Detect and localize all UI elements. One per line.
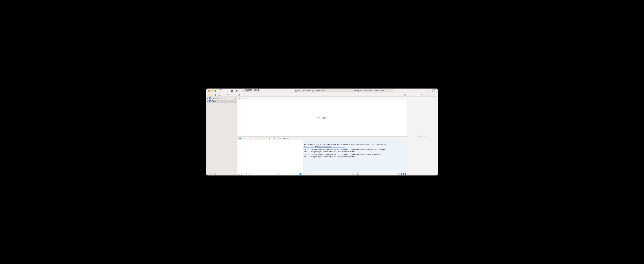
clear-console-icon[interactable]: 🗑 xyxy=(398,173,400,175)
project-title: DCSQuickStart xyxy=(246,89,259,91)
scm-filter-icon[interactable]: ▭ xyxy=(235,173,236,175)
variables-filter-input[interactable] xyxy=(276,173,298,175)
cloud-status-icon[interactable]: ☁︎ xyxy=(390,90,392,92)
console-filter-bar: 👁 ☰ 🗑 xyxy=(303,172,406,175)
console-pane: A subscriptionKey is required to enroll … xyxy=(303,140,406,175)
tree-row-pods[interactable]: ▸ A Pods xyxy=(206,100,237,103)
console-output-toggle-icon[interactable]: ☰ xyxy=(307,173,308,175)
inspector-selector: 📄 🕘 ⓘ xyxy=(406,93,438,97)
main-body: ▸ A DCSQuickStart M ▸ A Pods + 🕘 ▭ xyxy=(206,97,438,175)
run-button[interactable] xyxy=(236,90,238,92)
console-filter-scope[interactable] xyxy=(352,173,354,175)
disclosure-triangle-icon[interactable]: ▸ xyxy=(207,100,208,102)
debug-navigator-icon[interactable]: ⟲ xyxy=(227,94,228,96)
debug-toolbar: ❙❙ ↷ ↓ ↑ ⬚ ⬡ ⚙︎ ➤ A DCSQuickStart xyxy=(238,137,406,140)
related-items-icon[interactable]: ▦ xyxy=(238,94,240,96)
file-inspector-icon[interactable]: 📄 xyxy=(417,94,419,96)
process-icon: A xyxy=(274,137,276,139)
console-line: 20:53:42.752 | ERR | AlKeychainUtility: … xyxy=(304,153,384,155)
breakpoint-navigator-icon[interactable]: ▭ xyxy=(230,94,232,96)
navigator-filter-input[interactable] xyxy=(212,173,231,175)
navigator-selector: 📁 ⬚ 🔖 🔍 ⚠︎ ◇ ⟲ ▭ ☰ xyxy=(206,93,238,97)
view-debug-icon[interactable]: ⬚ xyxy=(259,137,261,140)
history-inspector-icon[interactable]: 🕘 xyxy=(421,94,424,96)
recent-filter-icon[interactable]: 🕘 xyxy=(232,173,234,175)
pause-icon[interactable]: ❙❙ xyxy=(244,137,248,140)
step-into-icon[interactable]: ↓ xyxy=(252,137,253,140)
step-out-icon[interactable]: ↑ xyxy=(255,137,256,140)
build-status-text: Running DCSQuickStart on Romanworks xyxy=(353,90,384,92)
test-navigator-icon[interactable]: ◇ xyxy=(224,94,226,96)
variables-scope-selector[interactable]: Auto ⌄ xyxy=(238,173,244,175)
stop-button[interactable] xyxy=(231,90,233,92)
jump-issue-icon[interactable]: ⚠︎ xyxy=(401,97,403,99)
jump-bar-text: No Selection xyxy=(239,97,248,99)
branch-name: main xyxy=(246,91,259,92)
jump-bar[interactable]: No Selection 〈 ⚠︎ 〉 xyxy=(238,97,406,100)
variables-scope-label: Auto xyxy=(238,173,242,175)
maximize-window-button[interactable] xyxy=(214,90,216,92)
window-controls xyxy=(208,90,216,92)
source-control-navigator-icon[interactable]: ⬚ xyxy=(211,94,213,96)
inspector-empty-label: No Selection xyxy=(417,135,428,137)
nav-forward-icon[interactable]: 〉 xyxy=(244,93,246,96)
editor-options-icon[interactable]: ▤ xyxy=(404,94,406,96)
step-over-icon[interactable]: ↷ xyxy=(249,137,251,140)
scheme-name: DCSQuickStart xyxy=(298,90,310,92)
scm-status-badge: M xyxy=(235,97,236,99)
console-line: A subscriptionKey is required to enroll … xyxy=(304,143,386,145)
tree-item-label: Pods xyxy=(212,100,236,102)
print-description-icon[interactable]: ⓘ xyxy=(249,173,251,175)
source-control-segment[interactable]: ⎇ DCSQuickStart main xyxy=(242,89,259,92)
jump-next-icon[interactable]: 〉 xyxy=(404,97,405,99)
process-name[interactable]: DCSQuickStart xyxy=(277,137,289,139)
console-output-mode-icon[interactable]: 👁 xyxy=(304,173,306,175)
jump-prev-icon[interactable]: 〈 xyxy=(398,97,400,99)
scheme-separator: ⟩ xyxy=(311,90,312,92)
find-navigator-icon[interactable]: 🔍 xyxy=(218,94,220,96)
bookmark-navigator-icon[interactable]: 🔖 xyxy=(214,94,216,96)
quicklook-icon[interactable]: 👁 xyxy=(246,173,248,175)
variables-pane-toggle[interactable] xyxy=(300,173,302,175)
tree-item-label: DCSQuickStart xyxy=(212,97,234,100)
secondary-toolbar: 📁 ⬚ 🔖 🔍 ⚠︎ ◇ ⟲ ▭ ☰ ▦ 〈 〉 ▤ 📄 🕘 ⓘ xyxy=(206,93,438,97)
navigator-filter-bar: + 🕘 ▭ xyxy=(206,172,237,175)
disclosure-triangle-icon[interactable]: ▸ xyxy=(207,98,208,99)
console-filter-input[interactable] xyxy=(356,173,397,175)
minimize-window-button[interactable] xyxy=(211,90,213,92)
destination-name: Romanworks xyxy=(315,90,325,92)
nav-back-icon[interactable]: 〈 xyxy=(242,93,244,96)
hide-debug-area-button[interactable] xyxy=(403,138,405,139)
add-button[interactable]: + xyxy=(429,89,430,92)
console-line: 20:53:42.747 | ERR | AlKeychainUtility: … xyxy=(304,148,385,150)
no-editor-label: No Editor xyxy=(317,117,327,120)
environment-overrides-icon[interactable]: ⚙︎ xyxy=(266,137,267,140)
tree-row-project[interactable]: ▸ A DCSQuickStart M xyxy=(206,97,237,100)
warnings-badge[interactable]: ⚠︎ 23 xyxy=(385,90,389,92)
toggle-navigator-button[interactable] xyxy=(219,90,222,92)
debug-panes: Auto ⌄ 👁 ⓘ xyxy=(238,140,406,175)
console-pane-toggle[interactable] xyxy=(401,173,406,175)
report-navigator-icon[interactable]: ☰ xyxy=(233,94,234,96)
toggle-inspector-button[interactable] xyxy=(432,90,436,92)
filter-scope-button[interactable] xyxy=(210,173,212,175)
project-tree[interactable]: ▸ A DCSQuickStart M ▸ A Pods xyxy=(206,97,237,172)
location-sim-icon[interactable]: ➤ xyxy=(269,137,270,140)
xcodeproj-icon: A xyxy=(209,97,211,100)
project-navigator-icon[interactable]: 📁 xyxy=(208,94,210,96)
variables-filter-bar: Auto ⌄ 👁 ⓘ xyxy=(238,172,302,175)
device-icon xyxy=(312,90,314,92)
editor-column: No Selection 〈 ⚠︎ 〉 No Editor ❙❙ ↷ ↓ ↑ xyxy=(238,97,406,175)
variables-view[interactable] xyxy=(238,140,302,172)
close-window-button[interactable] xyxy=(208,90,210,92)
memory-graph-icon[interactable]: ⬡ xyxy=(262,137,264,140)
add-file-button[interactable]: + xyxy=(207,173,208,175)
issue-navigator-icon[interactable]: ⚠︎ xyxy=(221,94,223,96)
help-inspector-icon[interactable]: ⓘ xyxy=(426,93,428,96)
scheme-status-pill[interactable]: A DCSQuickStart ⟩ Romanworks Running DCS… xyxy=(294,89,394,92)
branch-icon: ⎇ xyxy=(242,90,244,92)
breakpoints-toggle-icon[interactable] xyxy=(239,138,241,139)
console-line: 20:53:42.753 | VRB | AlKeychainUtility: … xyxy=(304,156,356,158)
console-output[interactable]: A subscriptionKey is required to enroll … xyxy=(303,140,406,172)
variables-pane: Auto ⌄ 👁 ⓘ xyxy=(238,140,303,175)
